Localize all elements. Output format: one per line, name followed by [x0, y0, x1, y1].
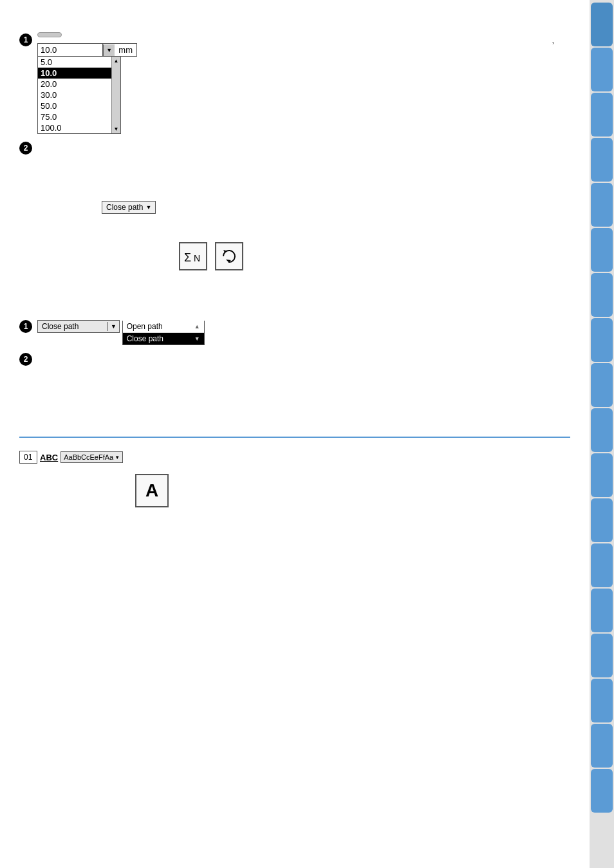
svg-text:Σ: Σ	[184, 251, 191, 264]
list-item-75[interactable]: 75.0	[38, 111, 111, 122]
font-selector-arrow-icon: ▼	[115, 455, 120, 460]
sidebar-tab-1[interactable]	[591, 3, 613, 46]
list-item-20[interactable]: 20.0	[38, 79, 111, 90]
main-content: 1 10.0 ▼ mm 5.0 10.0	[0, 0, 590, 868]
toolbar-abc-label: ABC	[40, 453, 58, 462]
open-path-label: Open path	[127, 322, 163, 331]
path-dropdown-header[interactable]: Close path ▼	[37, 320, 120, 333]
icon-buttons-row: Σ N	[179, 242, 570, 270]
sigma-n-icon: Σ N	[183, 247, 203, 265]
path-option-close[interactable]: Close path ▼	[123, 333, 204, 344]
section-b-para-4	[37, 395, 570, 410]
sidebar-tab-17[interactable]	[591, 724, 613, 768]
sidebar-tab-15[interactable]	[591, 634, 613, 677]
sidebar-tab-9[interactable]	[591, 363, 613, 407]
section-2-desc: Close path ▼ Σ N	[37, 140, 570, 308]
toolbar-font-selector[interactable]: AaBbCcEeFfAa ▼	[60, 451, 123, 463]
section-1-wrapper: 1 10.0 ▼ mm 5.0 10.0	[19, 32, 570, 134]
close-path-button[interactable]: Close path ▼	[102, 201, 156, 214]
close-path-arrow-icon: ▼	[145, 204, 151, 211]
sidebar-tab-3[interactable]	[591, 93, 613, 137]
section-b-para-2	[37, 367, 570, 381]
list-item-5[interactable]: 5.0	[38, 57, 111, 68]
big-a-label: A	[145, 480, 158, 501]
bottom-toolbar: 01 ABC AaBbCcEeFfAa ▼	[19, 451, 570, 464]
open-path-scroll-indicator: ▲	[194, 323, 200, 330]
font-selector-label: AaBbCcEeFfAa	[64, 453, 113, 461]
section-b-para-1	[37, 353, 570, 367]
section-2-wrapper: 2 Close path ▼ Σ N	[19, 140, 570, 308]
close-path-list-label: Close path	[127, 334, 163, 343]
comma-mark: ,	[552, 35, 554, 45]
bullet-num-a1: 1	[19, 320, 32, 333]
desc-para-5	[37, 276, 570, 290]
dropdown-unit: mm	[115, 44, 136, 56]
scroll-up-arrow[interactable]: ▲	[114, 58, 119, 64]
list-item-30[interactable]: 30.0	[38, 90, 111, 100]
dropdown-selected-value: 10.0	[38, 44, 103, 56]
sidebar-tab-11[interactable]	[591, 453, 613, 497]
big-a-button[interactable]: A	[135, 474, 169, 507]
bullet-num-1: 1	[19, 33, 32, 46]
section-b-wrapper: 2	[19, 352, 570, 424]
bullet-num-b2: 2	[19, 353, 32, 366]
svg-text:N: N	[194, 253, 200, 263]
sidebar-tab-14[interactable]	[591, 589, 613, 632]
sidebar	[590, 0, 614, 868]
desc-para-6	[37, 294, 570, 308]
desc-para-3	[37, 178, 570, 192]
list-item-50[interactable]: 50.0	[38, 100, 111, 111]
dropdown-items: 5.0 10.0 20.0 30.0 50.0 75.0 100.0	[38, 57, 111, 133]
list-item-10[interactable]: 10.0	[38, 68, 111, 79]
sidebar-tab-10[interactable]	[591, 408, 613, 452]
sidebar-tab-12[interactable]	[591, 498, 613, 542]
list-item-100[interactable]: 100.0	[38, 122, 111, 133]
section-b-para-5	[37, 410, 570, 424]
path-dropdown-label: Close path	[38, 321, 107, 332]
dropdown-list: 5.0 10.0 20.0 30.0 50.0 75.0 100.0 ▲ ▼	[37, 57, 121, 134]
sigma-n-icon-button[interactable]: Σ N	[179, 242, 207, 270]
dropdown-scrollbar[interactable]: ▲ ▼	[111, 57, 120, 133]
sidebar-tab-4[interactable]	[591, 138, 613, 182]
bullet-b2: 2	[19, 353, 35, 366]
sidebar-tab-16[interactable]	[591, 679, 613, 722]
path-dropdown-list: Open path ▲ Close path ▼	[122, 321, 205, 345]
sidebar-tab-7[interactable]	[591, 273, 613, 317]
desc-para-4	[37, 223, 570, 237]
path-option-open[interactable]: Open path ▲	[123, 321, 204, 333]
scroll-down-arrow[interactable]: ▼	[114, 126, 119, 132]
size-dropdown-container: 10.0 ▼ mm 5.0 10.0 20.0 30.0 50.0	[37, 43, 137, 134]
section-b-para-3	[37, 381, 570, 395]
toolbar-num-value: 01	[24, 453, 32, 462]
close-path-label: Close path	[106, 203, 143, 212]
sidebar-tab-8[interactable]	[591, 318, 613, 362]
bullet-1: 1	[19, 33, 35, 46]
oval-button[interactable]	[37, 32, 62, 37]
rotate-icon-button[interactable]	[215, 242, 243, 270]
path-dropdown: Close path ▼ Open path ▲ Close path ▼	[37, 320, 570, 345]
sidebar-tab-2[interactable]	[591, 48, 613, 91]
desc-para-1	[37, 142, 570, 156]
bullet-2: 2	[19, 142, 35, 155]
section-a-content: Close path ▼ Open path ▲ Close path ▼	[37, 319, 570, 345]
rotate-icon	[219, 247, 239, 265]
sidebar-tab-13[interactable]	[591, 543, 613, 587]
sidebar-tab-18[interactable]	[591, 769, 613, 813]
bottom-toolbar-section: 01 ABC AaBbCcEeFfAa ▼ A	[19, 451, 570, 507]
path-dropdown-arrow-icon: ▼	[107, 322, 119, 331]
desc-para-2	[37, 160, 570, 174]
section-a-wrapper: 1 Close path ▼ Open path ▲ Close path	[19, 319, 570, 345]
dropdown-toggle-arrow[interactable]: ▼	[103, 44, 115, 56]
section-b-content	[37, 352, 570, 424]
bullet-num-2: 2	[19, 142, 32, 155]
section-separator	[19, 437, 570, 438]
sidebar-tab-6[interactable]	[591, 228, 613, 272]
close-path-scroll-indicator: ▼	[194, 335, 200, 342]
sidebar-tab-5[interactable]	[591, 183, 613, 227]
toolbar-number-field[interactable]: 01	[19, 451, 37, 464]
bullet-a1: 1	[19, 320, 35, 333]
